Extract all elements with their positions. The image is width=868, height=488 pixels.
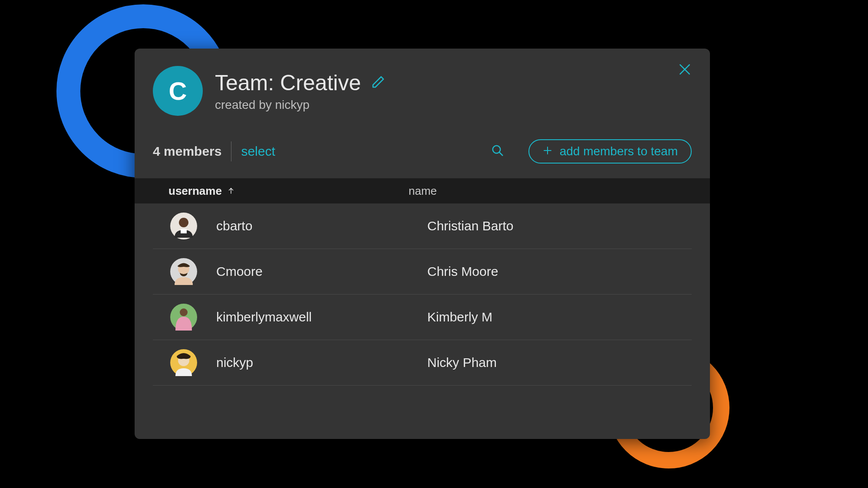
- search-icon: [491, 144, 504, 159]
- search-button[interactable]: [491, 144, 504, 159]
- avatar: [170, 213, 197, 239]
- select-link[interactable]: select: [241, 144, 275, 159]
- cell-username: cbarto: [216, 219, 427, 233]
- members-table: username name: [135, 178, 710, 386]
- team-avatar-letter: C: [169, 76, 187, 105]
- modal-toolbar: 4 members select add members to team: [135, 139, 710, 164]
- avatar: [170, 304, 197, 331]
- close-button[interactable]: [678, 62, 692, 78]
- add-members-label: add members to team: [560, 144, 678, 158]
- table-body: cbarto Christian Barto Cmoore Chris Moor…: [135, 203, 710, 386]
- cell-name: Christian Barto: [427, 219, 513, 233]
- svg-line-3: [499, 152, 502, 156]
- column-header-username-label: username: [168, 184, 222, 198]
- sort-ascending-icon: [227, 184, 235, 198]
- close-icon: [678, 70, 692, 78]
- plus-icon: [542, 145, 553, 157]
- column-header-username[interactable]: username: [168, 184, 409, 198]
- table-row[interactable]: kimberlymaxwell Kimberly M: [153, 295, 692, 340]
- created-by-text: created by nickyp: [215, 98, 385, 112]
- table-header-row: username name: [135, 178, 710, 203]
- team-avatar: C: [153, 66, 203, 116]
- edit-team-name-button[interactable]: [371, 75, 385, 91]
- column-header-name[interactable]: name: [409, 184, 437, 198]
- member-count: 4 members: [153, 144, 221, 159]
- cell-username: nickyp: [216, 355, 427, 370]
- add-members-button[interactable]: add members to team: [528, 139, 692, 164]
- cell-name: Kimberly M: [427, 310, 492, 324]
- team-detail-modal: C Team: Creative created by nickyp 4 mem…: [135, 49, 710, 439]
- pencil-icon: [371, 75, 385, 91]
- avatar: [170, 258, 197, 285]
- avatar: [170, 349, 197, 376]
- cell-name: Nicky Pham: [427, 355, 497, 370]
- svg-point-13: [180, 308, 188, 316]
- team-title: Team: Creative: [215, 70, 361, 95]
- table-row[interactable]: cbarto Christian Barto: [153, 203, 692, 249]
- modal-header: C Team: Creative created by nickyp: [135, 66, 710, 116]
- header-text: Team: Creative created by nickyp: [215, 70, 385, 112]
- table-row[interactable]: nickyp Nicky Pham: [153, 340, 692, 386]
- toolbar-divider: [231, 141, 231, 161]
- cell-username: Cmoore: [216, 264, 427, 279]
- column-header-name-label: name: [409, 184, 437, 197]
- cell-name: Chris Moore: [427, 264, 498, 279]
- title-row: Team: Creative: [215, 70, 385, 95]
- cell-username: kimberlymaxwell: [216, 310, 427, 324]
- svg-point-8: [179, 218, 188, 227]
- svg-rect-9: [181, 229, 187, 233]
- table-row[interactable]: Cmoore Chris Moore: [153, 249, 692, 295]
